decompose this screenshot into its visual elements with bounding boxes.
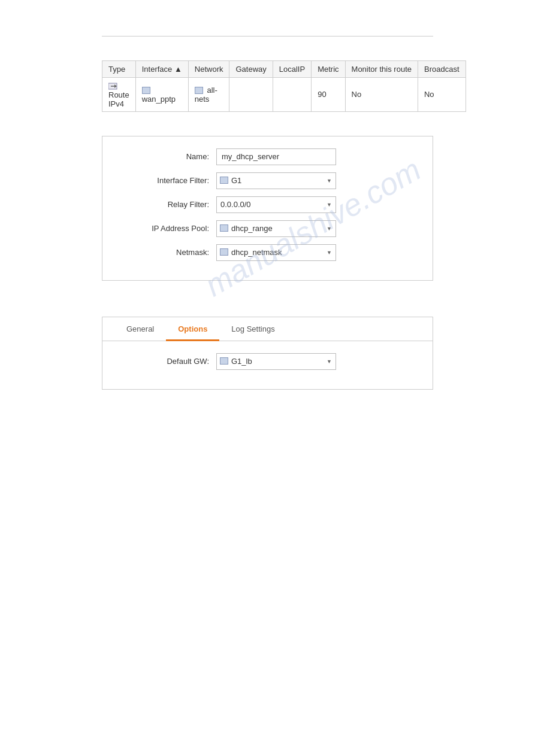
ip-address-pool-label: IP Address Pool: (120, 224, 216, 233)
table-row: Route IPv4 wan_pptp all-nets (102, 78, 466, 112)
interface-filter-select[interactable]: G1 (216, 172, 336, 189)
cell-localip (273, 78, 311, 112)
ip-address-pool-row: IP Address Pool: dhcp_range (120, 220, 415, 237)
default-gw-select[interactable]: G1_lb (216, 353, 336, 370)
tab-log-settings[interactable]: Log Settings (219, 317, 286, 341)
col-network: Network (188, 61, 229, 78)
default-gw-select-wrapper[interactable]: G1_lb (216, 353, 336, 370)
relay-filter-select[interactable]: 0.0.0.0/0 (216, 196, 336, 213)
tabs-header: General Options Log Settings (102, 317, 433, 341)
interface-filter-icon (220, 177, 228, 184)
name-row: Name: (120, 148, 415, 165)
ip-address-pool-select-wrapper[interactable]: dhcp_range (216, 220, 336, 237)
route-table-section: Type Interface ▲ Network Gateway LocalIP (102, 60, 433, 112)
tabs-content: Default GW: G1_lb (102, 341, 433, 389)
default-gw-row: Default GW: G1_lb (120, 353, 415, 370)
relay-filter-select-wrapper[interactable]: 0.0.0.0/0 (216, 196, 336, 213)
ip-address-pool-select[interactable]: dhcp_range (216, 220, 336, 237)
cell-interface: wan_pptp (135, 78, 188, 112)
page-container: manualshive.com Type Interface ▲ Network (0, 0, 535, 756)
top-divider (102, 36, 433, 37)
cell-network: all-nets (188, 78, 229, 112)
cell-type: Route IPv4 (102, 78, 136, 112)
col-broadcast: Broadcast (418, 61, 466, 78)
tabs-section: General Options Log Settings Default GW:… (102, 317, 433, 390)
cell-broadcast: No (418, 78, 466, 112)
relay-filter-row: Relay Filter: 0.0.0.0/0 (120, 196, 415, 213)
col-interface[interactable]: Interface ▲ (135, 61, 188, 78)
default-gw-icon (220, 357, 228, 365)
interface-icon (142, 87, 150, 94)
netmask-label: Netmask: (120, 248, 216, 257)
dhcp-form-section: Name: Interface Filter: G1 Relay Filter:… (102, 136, 433, 281)
ip-pool-icon (220, 224, 228, 232)
cell-metric: 90 (312, 78, 345, 112)
netmask-select-wrapper[interactable]: dhcp_netmask (216, 244, 336, 261)
route-table: Type Interface ▲ Network Gateway LocalIP (102, 60, 466, 112)
network-icon (195, 87, 203, 94)
tab-options[interactable]: Options (166, 317, 219, 341)
cell-monitor: No (345, 78, 418, 112)
col-gateway: Gateway (229, 61, 273, 78)
cell-gateway (229, 78, 273, 112)
col-type: Type (102, 61, 136, 78)
interface-filter-label: Interface Filter: (120, 176, 216, 185)
interface-filter-select-wrapper[interactable]: G1 (216, 172, 336, 189)
name-label: Name: (120, 152, 216, 161)
name-input[interactable] (216, 148, 336, 165)
route-ipv4-icon (108, 82, 118, 90)
tab-general[interactable]: General (114, 317, 166, 341)
netmask-row: Netmask: dhcp_netmask (120, 244, 415, 261)
col-localip: LocalIP (273, 61, 311, 78)
netmask-select[interactable]: dhcp_netmask (216, 244, 336, 261)
interface-filter-row: Interface Filter: G1 (120, 172, 415, 189)
col-metric: Metric (312, 61, 345, 78)
relay-filter-label: Relay Filter: (120, 200, 216, 209)
netmask-icon (220, 248, 228, 256)
default-gw-label: Default GW: (120, 357, 216, 366)
col-monitor: Monitor this route (345, 61, 418, 78)
